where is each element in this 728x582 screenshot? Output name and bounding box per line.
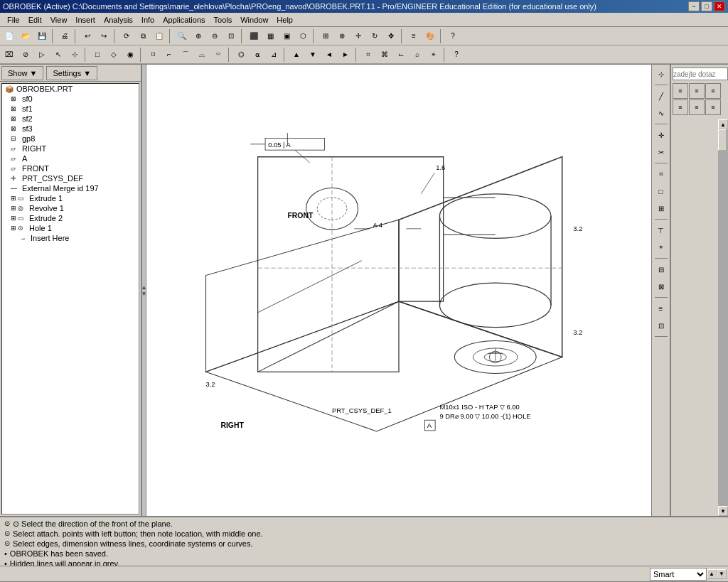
tree-item-sf1[interactable]: ⊠ sf1: [2, 104, 139, 114]
menu-file[interactable]: File: [3, 14, 24, 26]
tree-item-front[interactable]: ▱ FRONT: [2, 163, 139, 173]
tb2-19[interactable]: ◄: [321, 47, 337, 63]
tb2-12[interactable]: ⌓: [194, 47, 210, 63]
tree-item-sf0[interactable]: ⊠ sf0: [2, 94, 139, 104]
tb2-26[interactable]: ?: [449, 47, 464, 63]
rtb-move[interactable]: ✛: [653, 127, 669, 143]
rtb-constrain[interactable]: ⊤: [653, 222, 669, 238]
tb2-20[interactable]: ►: [338, 47, 353, 63]
tb-save[interactable]: 💾: [34, 28, 50, 44]
tree-item-extrude1[interactable]: ⊞ ▭ Extrude 1: [2, 193, 139, 203]
rtb-curve[interactable]: ∿: [653, 105, 669, 121]
tb-spin[interactable]: ↻: [367, 28, 382, 44]
tb-zoom-in[interactable]: ⊕: [191, 28, 206, 44]
tree-revolve1-expand[interactable]: ⊞: [11, 205, 16, 212]
tb2-8[interactable]: ◉: [122, 47, 138, 63]
tb-view2[interactable]: ▦: [262, 28, 278, 44]
tb2-7[interactable]: ◇: [106, 47, 122, 63]
tree-item-sf2[interactable]: ⊠ sf2: [2, 114, 139, 124]
rtb-view3d[interactable]: ⊹: [653, 66, 669, 82]
menu-edit[interactable]: Edit: [24, 14, 46, 26]
tb-view3[interactable]: ▣: [279, 28, 294, 44]
tb-redo[interactable]: ↪: [96, 28, 112, 44]
tb-copy[interactable]: ⧉: [135, 28, 151, 44]
tb2-2[interactable]: ⊘: [18, 47, 33, 63]
rp-btn-3[interactable]: ≡: [705, 83, 721, 99]
tree-item-right[interactable]: ▱ RIGHT: [2, 144, 139, 153]
tree-item-merge[interactable]: — External Merge id 197: [2, 183, 139, 193]
tb2-22[interactable]: ⌘: [377, 47, 392, 63]
rtb-balloon[interactable]: ⊡: [653, 318, 669, 333]
tb2-14[interactable]: ⌬: [233, 47, 249, 63]
tb-zoom-fit[interactable]: ⊡: [223, 28, 239, 44]
tb2-9[interactable]: ⌑: [145, 47, 161, 63]
tb-zoom-out[interactable]: ⊖: [207, 28, 223, 44]
tree-extrude1-expand[interactable]: ⊞: [11, 195, 16, 202]
tb-view4[interactable]: ⬡: [295, 28, 311, 44]
tb2-6[interactable]: □: [90, 47, 105, 63]
tb2-4[interactable]: ↖: [50, 47, 66, 63]
rp-scroll-thumb[interactable]: [718, 129, 727, 151]
rp-btn-2[interactable]: ≡: [689, 83, 705, 99]
menu-tools[interactable]: Tools: [210, 14, 237, 26]
tb-layer[interactable]: ≡: [406, 28, 422, 44]
rp-btn-6[interactable]: ≡: [705, 99, 721, 115]
rp-btn-5[interactable]: ≡: [689, 99, 705, 115]
rp-scroll-up[interactable]: ▲: [718, 119, 728, 129]
tb2-15[interactable]: ⍺: [250, 47, 265, 63]
tb-pan[interactable]: ✥: [383, 28, 399, 44]
menu-window[interactable]: Window: [236, 14, 272, 26]
tb2-3[interactable]: ▷: [34, 47, 50, 63]
tree-item-sf3[interactable]: ⊠ sf3: [2, 124, 139, 134]
tb2-1[interactable]: ⌧: [1, 47, 17, 63]
rtb-equal[interactable]: ⌖: [653, 239, 669, 255]
tb2-21[interactable]: ⌗: [360, 47, 376, 63]
tb2-13[interactable]: ⌔: [210, 47, 226, 63]
rtb-ref[interactable]: □: [653, 183, 669, 199]
tb2-16[interactable]: ⊿: [266, 47, 282, 63]
menu-insert[interactable]: Insert: [71, 14, 100, 26]
tb-color[interactable]: 🎨: [422, 28, 438, 44]
tree-hole1-expand[interactable]: ⊞: [11, 225, 16, 232]
tb-undo[interactable]: ↩: [80, 28, 95, 44]
tb-help[interactable]: ?: [445, 28, 461, 44]
rtb-dim[interactable]: ⌗: [653, 166, 669, 182]
tree-item-insert[interactable]: → Insert Here: [2, 233, 139, 243]
menu-analysis[interactable]: Analysis: [100, 14, 137, 26]
tb2-18[interactable]: ▼: [305, 47, 321, 63]
tb2-10[interactable]: ⌐: [161, 47, 177, 63]
tree-item-extrude2[interactable]: ⊞ ▭ Extrude 2: [2, 213, 139, 223]
tb-datum[interactable]: ⊞: [318, 28, 333, 44]
tb-regen[interactable]: ⟳: [119, 28, 134, 44]
search-input[interactable]: [673, 68, 728, 80]
tb-csys[interactable]: ✛: [350, 28, 366, 44]
tb2-11[interactable]: ⌒: [178, 47, 193, 63]
tree-item-csys[interactable]: ✛ PRT_CSYS_DEF: [2, 173, 139, 183]
tree-item-gp8[interactable]: ⊟ gp8: [2, 134, 139, 144]
menu-applications[interactable]: Applications: [159, 14, 209, 26]
bottom-scroll-down[interactable]: ▼: [717, 569, 727, 579]
rtb-note[interactable]: ⊞: [653, 200, 669, 216]
rtb-table[interactable]: ⊟: [653, 262, 669, 277]
tree-item-revolve1[interactable]: ⊞ ◎ Revolve 1: [2, 203, 139, 213]
tb-new[interactable]: 📄: [1, 28, 17, 44]
tree-item-a[interactable]: ▱ A: [2, 153, 139, 163]
tb-axis[interactable]: ⊕: [334, 28, 350, 44]
tb-open[interactable]: 📂: [18, 28, 33, 44]
rtb-cut[interactable]: ✂: [653, 144, 669, 160]
close-button[interactable]: ✕: [714, 1, 725, 11]
rtb-symbol[interactable]: ⊠: [653, 279, 669, 294]
tb-search[interactable]: 🔍: [174, 28, 190, 44]
rtb-param[interactable]: ≡: [653, 301, 669, 316]
tb2-23[interactable]: ⌙: [393, 47, 409, 63]
tree-item-hole1[interactable]: ⊞ ⊙ Hole 1: [2, 223, 139, 233]
menu-help[interactable]: Help: [272, 14, 297, 26]
show-button[interactable]: Show ▼: [1, 66, 43, 80]
menu-info[interactable]: Info: [137, 14, 159, 26]
tb2-17[interactable]: ▲: [289, 47, 304, 63]
rtb-line[interactable]: ╱: [653, 88, 669, 104]
tb-print[interactable]: 🖨: [57, 28, 73, 44]
tree-extrude2-expand[interactable]: ⊞: [11, 215, 16, 222]
rp-btn-1[interactable]: ≡: [673, 83, 688, 99]
rp-btn-4[interactable]: ≡: [673, 99, 688, 115]
